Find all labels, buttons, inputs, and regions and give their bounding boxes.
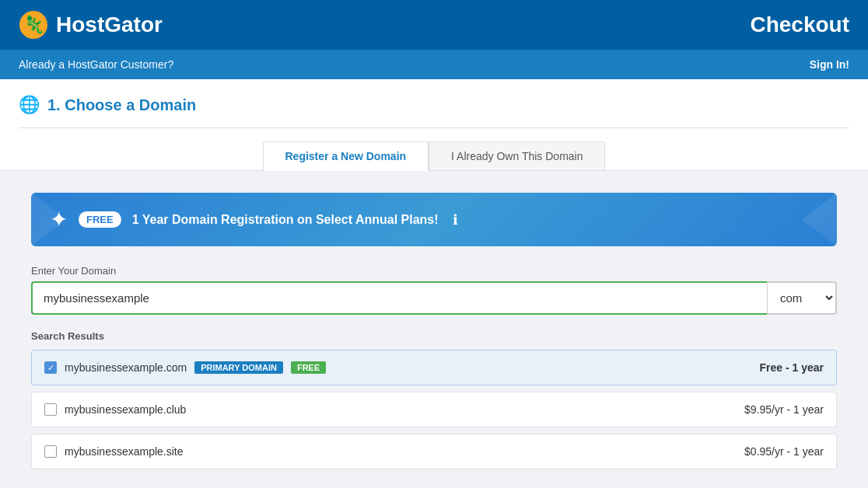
domain-body: ✦ FREE 1 Year Domain Registration on Sel… bbox=[0, 171, 868, 488]
domain-input-row: com net org info biz bbox=[31, 281, 837, 315]
tab-own-domain[interactable]: I Already Own This Domain bbox=[429, 141, 605, 171]
banner-arrows-right bbox=[790, 193, 837, 246]
result-left-club: mybusinessexample.club bbox=[44, 403, 186, 416]
domain-name-site: mybusinessexample.site bbox=[65, 445, 184, 458]
result-item-site: mybusinessexample.site $0.95/yr - 1 year bbox=[31, 434, 837, 469]
price-site: $0.95/yr - 1 year bbox=[744, 445, 824, 458]
info-icon[interactable]: ℹ bbox=[453, 211, 458, 228]
result-left-site: mybusinessexample.site bbox=[44, 445, 184, 458]
banner-text: 1 Year Domain Registration on Select Ann… bbox=[132, 213, 439, 227]
result-item-primary: mybusinessexample.com PRIMARY DOMAIN FRE… bbox=[31, 350, 837, 385]
checkbox-primary[interactable] bbox=[44, 361, 57, 374]
customer-prompt: Already a HostGator Customer? bbox=[19, 58, 173, 71]
sign-in-link[interactable]: Sign In! bbox=[810, 58, 849, 71]
badge-primary-domain: PRIMARY DOMAIN bbox=[194, 361, 283, 374]
tabs: Register a New Domain I Already Own This… bbox=[0, 128, 868, 171]
result-item-club: mybusinessexample.club $9.95/yr - 1 year bbox=[31, 392, 837, 427]
logo-icon: 🦎 bbox=[19, 10, 48, 40]
checkout-title: Checkout bbox=[750, 12, 849, 37]
section-heading: 🌐 1. Choose a Domain bbox=[19, 79, 849, 128]
domain-input[interactable] bbox=[31, 281, 767, 315]
globe-icon: 🌐 bbox=[19, 95, 40, 115]
sub-header: Already a HostGator Customer? Sign In! bbox=[0, 50, 868, 79]
search-results: Search Results mybusinessexample.com PRI… bbox=[31, 330, 837, 469]
banner-arrows-left bbox=[31, 193, 78, 246]
logo-area: 🦎 HostGator bbox=[19, 10, 163, 40]
logo-text: HostGator bbox=[56, 12, 163, 37]
price-primary: Free - 1 year bbox=[760, 361, 824, 374]
badge-free-primary: FREE bbox=[291, 361, 326, 374]
domain-name-club: mybusinessexample.club bbox=[65, 403, 186, 416]
checkbox-site[interactable] bbox=[44, 445, 57, 458]
svg-text:🦎: 🦎 bbox=[23, 14, 45, 35]
header: 🦎 HostGator Checkout bbox=[0, 0, 868, 50]
result-left-primary: mybusinessexample.com PRIMARY DOMAIN FRE… bbox=[44, 361, 326, 374]
section-title: 1. Choose a Domain bbox=[47, 96, 196, 114]
price-club: $9.95/yr - 1 year bbox=[744, 403, 824, 416]
main-content: 🌐 1. Choose a Domain Register a New Doma… bbox=[0, 79, 868, 488]
domain-input-label: Enter Your Domain bbox=[31, 265, 837, 277]
results-label: Search Results bbox=[31, 330, 837, 342]
tld-select[interactable]: com net org info biz bbox=[767, 281, 837, 315]
domain-name-primary: mybusinessexample.com bbox=[65, 361, 187, 374]
checkbox-club[interactable] bbox=[44, 403, 57, 416]
promo-banner: ✦ FREE 1 Year Domain Registration on Sel… bbox=[31, 193, 837, 246]
domain-input-section: Enter Your Domain com net org info biz bbox=[31, 265, 837, 315]
free-badge: FREE bbox=[79, 211, 121, 228]
tab-register[interactable]: Register a New Domain bbox=[263, 141, 429, 171]
